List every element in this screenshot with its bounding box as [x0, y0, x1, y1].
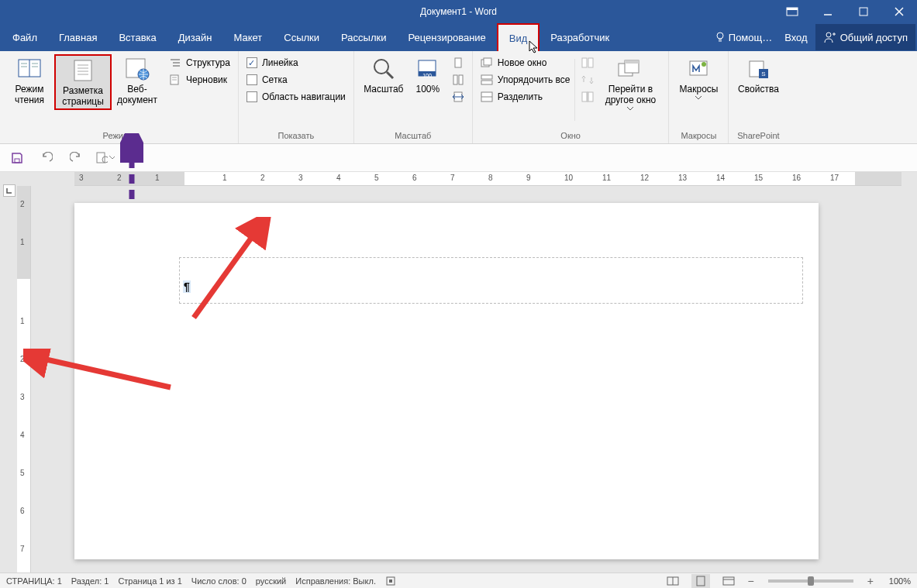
document-page[interactable]: ¶ [74, 203, 819, 559]
group-zoom: Масштаб 100 100% Масштаб [354, 51, 473, 143]
group-sharepoint: S Свойства SharePoint [729, 51, 788, 143]
status-page[interactable]: СТРАНИЦА: 1 [6, 576, 62, 586]
web-layout-button[interactable]: Веб-документ [112, 54, 163, 107]
share-button[interactable]: Общий доступ [815, 24, 915, 50]
title-bar: Документ1 - Word [0, 0, 917, 23]
status-section[interactable]: Раздел: 1 [71, 576, 109, 586]
status-track-changes[interactable]: Исправления: Выкл. [295, 576, 376, 586]
navigation-pane-checkbox[interactable]: Область навигации [243, 88, 349, 105]
side-by-side-button[interactable] [578, 54, 597, 71]
arrange-all-button[interactable]: Упорядочить все [477, 71, 574, 88]
split-label: Разделить [498, 91, 543, 102]
tab-file[interactable]: Файл [2, 23, 48, 51]
svg-rect-48 [588, 58, 593, 67]
chevron-down-icon [627, 107, 633, 111]
header-area[interactable] [179, 257, 803, 304]
tab-layout[interactable]: Макет [222, 23, 273, 51]
status-bar: СТРАНИЦА: 1 Раздел: 1 Страница 1 из 1 Чи… [0, 573, 917, 588]
tab-left-icon [5, 187, 13, 194]
tab-design[interactable]: Дизайн [167, 23, 223, 51]
group-modes: Режим чтения Разметка страницы Веб-докум… [0, 51, 239, 143]
sharepoint-group-label: SharePoint [733, 129, 783, 142]
horizontal-ruler[interactable]: 3211234567891011121314151617 [74, 172, 901, 186]
hundred-percent-button[interactable]: 100 100% [409, 54, 447, 96]
tab-selector[interactable] [3, 184, 16, 197]
undo-button[interactable] [37, 149, 56, 167]
svg-rect-49 [582, 92, 587, 101]
properties-button[interactable]: S Свойства [733, 54, 783, 96]
gridlines-checkbox[interactable]: Сетка [243, 71, 349, 88]
checkbox-icon [246, 74, 257, 85]
tab-home[interactable]: Главная [48, 23, 108, 51]
share-label: Общий доступ [840, 32, 908, 43]
svg-point-31 [374, 60, 388, 74]
tab-insert[interactable]: Вставка [108, 23, 167, 51]
split-button[interactable]: Разделить [477, 88, 574, 105]
save-button[interactable] [8, 149, 26, 167]
window-controls [774, 0, 917, 23]
outline-button[interactable]: Структура [166, 54, 233, 71]
svg-rect-69 [723, 577, 734, 585]
hundred-icon: 100 [415, 56, 441, 82]
save-icon [11, 152, 23, 164]
gridlines-label: Сетка [262, 74, 288, 85]
tab-review[interactable]: Рецензирование [397, 23, 496, 51]
close-button[interactable] [881, 0, 917, 23]
window-group-label: Окно [477, 129, 664, 142]
magnifier-icon [371, 56, 397, 82]
zoom-button[interactable]: Масштаб [359, 54, 409, 96]
ribbon-display-options[interactable] [774, 0, 810, 23]
status-page-of[interactable]: Страница 1 из 1 [118, 576, 181, 586]
vertical-ruler[interactable]: 211234567 [17, 186, 31, 573]
sign-in[interactable]: Вход [780, 32, 812, 43]
reset-window-button[interactable] [578, 88, 597, 105]
read-mode-view[interactable] [664, 574, 682, 588]
status-language[interactable]: русский [256, 576, 286, 586]
page-magnifier-icon [96, 152, 108, 164]
zoom-in-button[interactable]: + [867, 575, 874, 587]
outline-icon [169, 57, 181, 69]
multi-page-icon [452, 74, 464, 86]
svg-point-6 [717, 33, 723, 39]
print-layout-view[interactable] [691, 574, 710, 588]
zoom-level[interactable]: 100% [889, 576, 911, 586]
svg-point-56 [702, 62, 706, 67]
qat-customize-button[interactable] [96, 149, 115, 167]
cursor-icon [529, 40, 540, 54]
macros-button[interactable]: Макросы [674, 54, 723, 101]
macros-label: Макросы [679, 84, 718, 95]
tab-developer[interactable]: Разработчик [540, 23, 620, 51]
print-layout-button[interactable]: Разметка страницы [54, 54, 112, 110]
tab-view[interactable]: Вид [497, 23, 540, 51]
new-window-button[interactable]: Новое окно [477, 54, 574, 71]
switch-windows-button[interactable]: Перейти в другое окно [597, 54, 664, 112]
svg-text:S: S [762, 70, 766, 77]
chevron-down-icon [695, 96, 702, 100]
minimize-button[interactable] [810, 0, 846, 23]
document-area: 3211234567891011121314151617 211234567 ¶ [0, 172, 917, 573]
draft-button[interactable]: Черновик [166, 71, 233, 88]
svg-text:100: 100 [422, 73, 432, 78]
hundred-label: 100% [415, 84, 440, 95]
sync-scroll-button[interactable] [578, 71, 597, 88]
svg-rect-18 [74, 60, 91, 81]
svg-point-9 [826, 33, 831, 37]
macros-icon [685, 56, 712, 82]
multi-page-button[interactable] [449, 71, 467, 88]
status-words[interactable]: Число слов: 0 [191, 576, 246, 586]
svg-rect-54 [625, 60, 639, 64]
redo-button[interactable] [67, 149, 85, 167]
zoom-out-button[interactable]: − [747, 575, 753, 587]
tab-references[interactable]: Ссылки [273, 23, 330, 51]
tell-me-box[interactable]: Помощ… [710, 32, 777, 43]
macro-record-icon[interactable] [385, 576, 396, 586]
ruler-checkbox[interactable]: ✓ Линейка [243, 54, 349, 71]
web-layout-view[interactable] [719, 574, 738, 588]
ruler-label: Линейка [262, 57, 298, 68]
read-mode-button[interactable]: Режим чтения [5, 54, 54, 107]
tab-mailings[interactable]: Рассылки [330, 23, 397, 51]
zoom-slider[interactable] [768, 579, 853, 583]
maximize-button[interactable] [846, 0, 881, 23]
one-page-button[interactable] [449, 54, 467, 71]
page-width-button[interactable] [449, 88, 467, 105]
